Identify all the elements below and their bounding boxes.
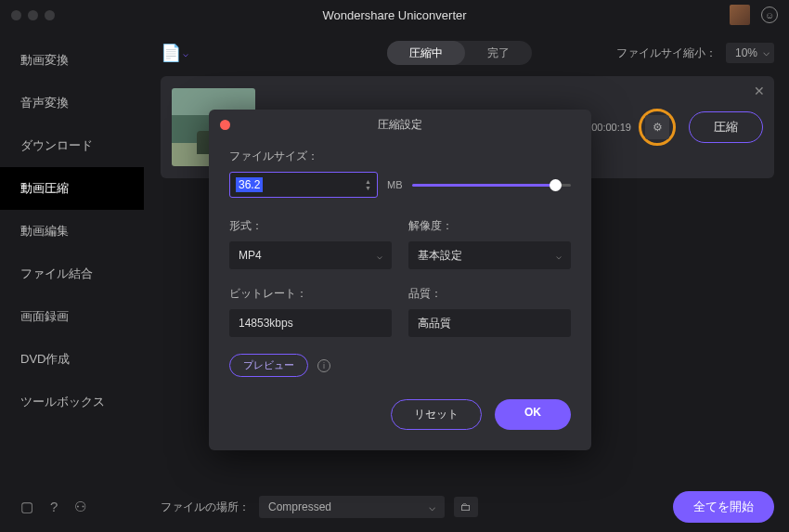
bitrate-value: 14853kbps [229, 309, 392, 337]
bitrate-label: ビットレート： [229, 286, 392, 302]
start-all-button[interactable]: 全てを開始 [673, 491, 774, 523]
compress-settings-dialog: 圧縮設定 ファイルサイズ： 36.2 ▲▼ MB 形式： MP4⌵ 解像度： 基… [209, 110, 591, 450]
nav-video-convert[interactable]: 動画変換 [0, 39, 144, 82]
size-unit: MB [387, 179, 403, 190]
close-icon[interactable]: ✕ [754, 84, 765, 98]
nav-dvd[interactable]: DVD作成 [0, 338, 144, 381]
sidebar: 動画変換 音声変換 ダウンロード 動画圧縮 動画編集 ファイル結合 画面録画 D… [0, 30, 144, 532]
app-title: Wondershare Uniconverter [322, 8, 466, 22]
nav-download[interactable]: ダウンロード [0, 124, 144, 167]
reset-button[interactable]: リセット [391, 399, 482, 430]
filesize-slider[interactable] [412, 184, 572, 187]
gear-icon[interactable]: ⚙ [645, 115, 669, 139]
shrink-select[interactable]: 10% [726, 43, 774, 63]
location-label: ファイルの場所： [161, 500, 250, 515]
nav-file-merge[interactable]: ファイル結合 [0, 253, 144, 295]
compress-button[interactable]: 圧縮 [689, 111, 763, 143]
avatar[interactable] [730, 5, 750, 25]
titlebar: Wondershare Uniconverter ☺ [0, 0, 789, 30]
nav-video-edit[interactable]: 動画編集 [0, 210, 144, 253]
nav-screen-record[interactable]: 画面録画 [0, 295, 144, 338]
format-select[interactable]: MP4⌵ [229, 241, 392, 269]
info-icon[interactable]: i [317, 359, 330, 372]
window-controls[interactable] [11, 10, 55, 20]
nav-video-compress[interactable]: 動画圧縮 [0, 167, 144, 210]
nav-audio-convert[interactable]: 音声変換 [0, 82, 144, 124]
video-duration: 00:00:19 [591, 122, 631, 133]
stepper-icon[interactable]: ▲▼ [365, 178, 371, 191]
resolution-label: 解像度： [408, 218, 571, 234]
dialog-title: 圧縮設定 [378, 117, 422, 133]
quality-label: 品質： [408, 286, 571, 302]
nav-toolbox[interactable]: ツールボックス [0, 381, 144, 423]
tab-done[interactable]: 完了 [465, 41, 532, 65]
help-icon[interactable]: ? [50, 499, 58, 515]
dialog-close-icon[interactable] [220, 120, 230, 130]
user-icon[interactable]: ⚇ [74, 499, 86, 515]
feedback-icon[interactable]: ☺ [761, 6, 778, 23]
shrink-label: ファイルサイ縮小： [616, 45, 717, 61]
settings-highlight: ⚙ [639, 109, 676, 146]
filesize-label: ファイルサイズ： [229, 149, 571, 164]
quality-value: 高品質 [408, 309, 571, 337]
topbar: 📄⌵ 圧縮中 完了 ファイルサイ縮小： 10% [161, 30, 774, 76]
format-label: 形式： [229, 218, 392, 234]
book-icon[interactable]: ▢ [20, 499, 33, 515]
tab-compressing[interactable]: 圧縮中 [387, 41, 465, 65]
status-segment: 圧縮中 完了 [387, 41, 532, 65]
location-select[interactable]: Compressed⌵ [259, 496, 445, 518]
filesize-input[interactable]: 36.2 ▲▼ [229, 172, 378, 198]
open-folder-button[interactable]: 🗀 [454, 497, 478, 517]
bottombar: ファイルの場所： Compressed⌵ 🗀 全てを開始 [161, 482, 774, 532]
resolution-select[interactable]: 基本設定⌵ [408, 241, 571, 269]
add-file-button[interactable]: 📄⌵ [161, 43, 188, 63]
ok-button[interactable]: OK [495, 399, 571, 430]
preview-button[interactable]: プレビュー [229, 354, 308, 377]
